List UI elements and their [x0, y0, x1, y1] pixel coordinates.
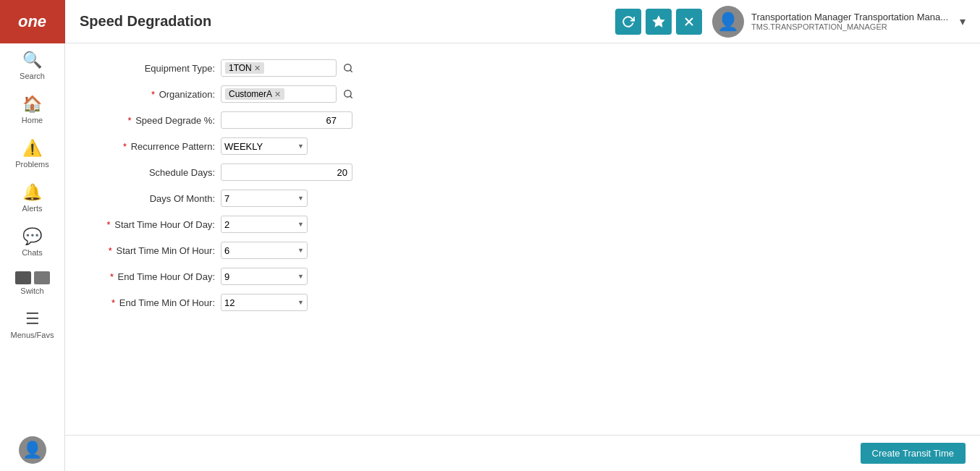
end-hour-select[interactable]: 0123456789: [221, 268, 308, 285]
sidebar-item-problems[interactable]: ⚠️ Problems: [0, 132, 64, 176]
days-of-month-select[interactable]: 1234567: [221, 190, 308, 207]
schedule-days-wrap: [221, 164, 352, 181]
warning-icon: ⚠️: [22, 139, 42, 158]
footer: Create Transit Time: [65, 435, 980, 471]
svg-line-4: [350, 70, 352, 72]
header-user-name: Transportation Manager Transportation Ma…: [751, 12, 948, 22]
equipment-type-search-button[interactable]: [340, 60, 356, 76]
sidebar-item-label: Menus/Favs: [11, 331, 54, 339]
logo-text: one: [18, 12, 46, 31]
favorite-button[interactable]: [646, 9, 672, 35]
start-min-select-wrap: 0612182430: [221, 242, 308, 259]
header: Speed Degradation: [65, 0, 980, 43]
speed-degradation-form: Equipment Type: 1TON ✕: [87, 58, 958, 313]
form-row-end-min: * End Time Min Of Hour: 0612182430: [87, 292, 958, 313]
home-icon: 🏠: [22, 95, 42, 114]
end-hour-wrap: 0123456789: [221, 268, 308, 285]
sidebar-item-label: Switch: [20, 287, 43, 295]
bell-icon: 🔔: [22, 183, 42, 202]
switch-icon1: [15, 271, 31, 284]
page-title: Speed Degradation: [80, 13, 615, 30]
svg-line-6: [350, 96, 352, 98]
organization-input[interactable]: CustomerA ✕: [221, 85, 337, 103]
sidebar: one 🔍 Search 🏠 Home ⚠️ Problems 🔔 Alerts…: [0, 0, 65, 471]
organization-tag-remove[interactable]: ✕: [274, 90, 281, 99]
svg-marker-0: [654, 16, 664, 26]
sidebar-item-chats[interactable]: 💬 Chats: [0, 220, 64, 264]
end-min-select[interactable]: 0612182430: [221, 294, 308, 311]
sidebar-item-label: Problems: [15, 160, 48, 169]
header-user: 👤 Transportation Manager Transportation …: [712, 6, 966, 38]
label-start-hour: * Start Time Hour Of Day:: [87, 219, 221, 230]
label-end-hour: * End Time Hour Of Day:: [87, 271, 221, 282]
organization-search-button[interactable]: [340, 86, 356, 102]
start-hour-select-wrap: 01234: [221, 216, 308, 233]
sidebar-item-label: Chats: [22, 248, 43, 257]
recurrence-pattern-select[interactable]: DAILY WEEKLY MONTHLY: [221, 137, 308, 155]
form-row-organization: * Organization: CustomerA ✕: [87, 84, 958, 104]
sidebar-logo[interactable]: one: [0, 0, 65, 43]
form-row-schedule-days: Schedule Days:: [87, 162, 958, 182]
switch-icon2: [34, 271, 50, 284]
close-button[interactable]: [676, 9, 702, 35]
header-user-info: Transportation Manager Transportation Ma…: [751, 12, 948, 31]
start-min-select[interactable]: 0612182430: [221, 242, 308, 259]
form-row-start-min: * Start Time Min Of Hour: 0612182430: [87, 240, 958, 260]
sidebar-item-label: Alerts: [22, 204, 42, 213]
label-organization: * Organization:: [87, 89, 221, 100]
start-min-wrap: 0612182430: [221, 242, 308, 259]
avatar-icon: 👤: [22, 441, 42, 459]
sidebar-item-menus[interactable]: ☰ Menus/Favs: [0, 302, 64, 347]
sidebar-bottom: 👤: [19, 436, 46, 471]
organization-wrap: CustomerA ✕: [221, 85, 356, 103]
end-min-wrap: 0612182430: [221, 294, 308, 311]
sidebar-item-label: Home: [22, 116, 43, 124]
form-row-end-hour: * End Time Hour Of Day: 0123456789: [87, 266, 958, 287]
end-hour-select-wrap: 0123456789: [221, 268, 308, 285]
form-row-speed-degrade: * Speed Degrade %:: [87, 110, 958, 130]
search-icon: [343, 89, 353, 99]
equipment-type-wrap: 1TON ✕: [221, 59, 356, 77]
chat-icon: 💬: [22, 227, 42, 246]
label-speed-degrade: * Speed Degrade %:: [87, 115, 221, 126]
schedule-days-input[interactable]: [221, 164, 352, 181]
days-of-month-wrap: 1234567: [221, 190, 308, 207]
equipment-type-tag-remove[interactable]: ✕: [254, 64, 261, 73]
sidebar-item-search[interactable]: 🔍 Search: [0, 43, 64, 88]
recurrence-pattern-wrap: DAILY WEEKLY MONTHLY: [221, 137, 308, 155]
form-row-equipment-type: Equipment Type: 1TON ✕: [87, 58, 958, 78]
speed-degrade-input[interactable]: [221, 111, 352, 129]
header-avatar: 👤: [712, 6, 744, 38]
label-start-min: * Start Time Min Of Hour:: [87, 245, 221, 256]
avatar-person-icon: 👤: [717, 12, 739, 32]
equipment-type-tag: 1TON ✕: [225, 62, 264, 74]
label-equipment-type: Equipment Type:: [87, 63, 221, 74]
sidebar-item-home[interactable]: 🏠 Home: [0, 88, 64, 132]
chevron-down-icon[interactable]: ▾: [960, 14, 966, 28]
start-hour-select[interactable]: 01234: [221, 216, 308, 233]
end-min-select-wrap: 0612182430: [221, 294, 308, 311]
organization-tag: CustomerA ✕: [225, 88, 284, 100]
create-transit-time-button[interactable]: Create Transit Time: [861, 443, 966, 464]
label-end-min: * End Time Min Of Hour:: [87, 297, 221, 308]
label-recurrence-pattern: * Recurrence Pattern:: [87, 141, 221, 152]
sidebar-item-alerts[interactable]: 🔔 Alerts: [0, 176, 64, 220]
search-icon: [343, 63, 353, 73]
form-row-start-hour: * Start Time Hour Of Day: 01234: [87, 214, 958, 234]
speed-degrade-wrap: [221, 111, 352, 129]
refresh-button[interactable]: [615, 9, 641, 35]
header-user-role: TMS.TRANSPORTATION_MANAGER: [751, 22, 948, 31]
label-days-of-month: Days Of Month:: [87, 193, 221, 204]
recurrence-pattern-select-wrap: DAILY WEEKLY MONTHLY: [221, 137, 308, 155]
label-schedule-days: Schedule Days:: [87, 167, 221, 178]
sidebar-item-label: Search: [20, 72, 45, 80]
sidebar-user-avatar[interactable]: 👤: [19, 436, 46, 464]
days-of-month-select-wrap: 1234567: [221, 190, 308, 207]
sidebar-item-switch[interactable]: Switch: [0, 264, 64, 302]
equipment-type-input[interactable]: 1TON ✕: [221, 59, 337, 77]
form-row-recurrence-pattern: * Recurrence Pattern: DAILY WEEKLY MONTH…: [87, 136, 958, 156]
menu-icon: ☰: [25, 310, 40, 328]
main-panel: Speed Degradation: [65, 0, 980, 471]
header-actions: 👤 Transportation Manager Transportation …: [615, 6, 966, 38]
start-hour-wrap: 01234: [221, 216, 308, 233]
